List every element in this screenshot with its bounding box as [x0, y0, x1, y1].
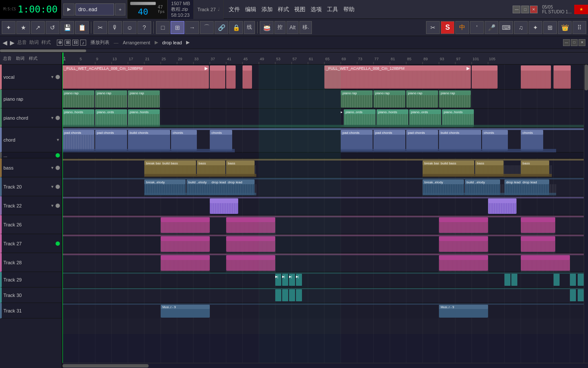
svg-text:61: 61 [309, 57, 313, 61]
track-row-bass[interactable]: bass ▼ [0, 158, 62, 177]
tool-brush[interactable]: ↗ [31, 21, 45, 34]
tool-dots[interactable]: ⠿ [572, 21, 586, 34]
tool-question[interactable]: ? [137, 21, 151, 34]
tool-alt[interactable]: Alt [286, 21, 299, 34]
tool-arrow-r[interactable]: → [185, 21, 199, 34]
tool-select[interactable]: ★ [16, 21, 30, 34]
menu-style[interactable]: 样式 [276, 5, 291, 14]
tool-crown[interactable]: 👑 [558, 21, 572, 34]
tool-lock[interactable]: 🔒 [229, 21, 243, 34]
svg-text:▶: ▶ [205, 66, 208, 71]
track-row-27[interactable]: Track 27 [0, 234, 62, 253]
play-button[interactable]: ▶ [63, 3, 75, 15]
arr-btn-1[interactable]: ⊕ [57, 40, 63, 46]
arr-btn-3[interactable]: ⊟ [72, 40, 78, 46]
tool-line[interactable]: 线 [244, 21, 255, 34]
tool-save2[interactable]: 📋 [75, 21, 89, 34]
tool-comma[interactable]: ' [470, 21, 484, 34]
time-value: 1:00:00 [18, 4, 58, 15]
right-panel: 1 5 9 13 17 21 25 29 [62, 53, 588, 368]
track-row-22[interactable]: Track 22 ▼ [0, 196, 62, 215]
tool-grid[interactable]: ⊞ [543, 21, 557, 34]
left-btn-1[interactable]: 总音 [2, 55, 13, 62]
menu-view[interactable]: 视图 [292, 5, 307, 14]
horizontal-scrollbar-top[interactable] [0, 49, 588, 53]
track-row-28[interactable]: Track 28 [0, 253, 62, 272]
track-collapse-22[interactable]: ▼ [50, 204, 54, 208]
svg-text:37: 37 [211, 57, 215, 61]
maximize-button[interactable]: □ [521, 6, 529, 13]
arr-section: Arrangement [123, 40, 150, 45]
tool-scissors-r[interactable]: ✂ [426, 21, 440, 34]
scroll-thumb-top[interactable] [0, 49, 86, 52]
svg-rect-155 [128, 95, 160, 108]
tool-s[interactable]: S [441, 21, 454, 34]
track-row-vocal[interactable]: vocal ▼ [0, 65, 62, 90]
tool-box[interactable]: □ [156, 21, 170, 34]
menu-help[interactable]: 帮助 [342, 5, 356, 14]
scroll-thumb[interactable] [62, 364, 149, 368]
track-row-chord[interactable]: chord ▼ [0, 127, 62, 152]
menu-edit[interactable]: 编辑 [243, 5, 258, 14]
tool-mic[interactable]: 🎙 [108, 21, 122, 34]
tool-curve[interactable]: ⌒ [200, 21, 214, 34]
tool-mic2[interactable]: 🎤 [485, 21, 498, 34]
menu-add[interactable]: 添加 [260, 5, 274, 14]
close-button[interactable]: ✕ [530, 6, 538, 13]
svg-text:break bass: break bass [424, 161, 441, 165]
horizontal-scrollbar[interactable] [62, 363, 588, 368]
tool-pointer[interactable]: ✦ [2, 21, 16, 34]
track-collapse-chord[interactable]: ▼ [56, 138, 60, 142]
menu-options[interactable]: 选项 [309, 5, 324, 14]
left-btn-3[interactable]: 样式 [28, 55, 39, 62]
tool-undo[interactable]: ↺ [46, 21, 59, 34]
track-row-26[interactable]: Track 26 [0, 215, 62, 234]
svg-rect-123 [210, 71, 225, 88]
add-button[interactable]: + [115, 3, 125, 15]
svg-text:piano rap: piano rap [64, 91, 79, 95]
track-row-30[interactable]: Track 30 [0, 288, 62, 303]
track-collapse-vocal[interactable]: ▼ [50, 75, 54, 79]
tool-kb[interactable]: ⌨ [499, 21, 513, 34]
arr-forward-button[interactable]: ▶ [10, 39, 15, 46]
track-row-20[interactable]: Track 20 ▼ [0, 177, 62, 196]
track-collapse-bass[interactable]: ▼ [50, 166, 54, 170]
tool-face[interactable]: ☺ [123, 21, 137, 34]
track-row-dots[interactable]: ... [0, 152, 62, 158]
content-area: 总音 助词 样式 vocal ▼ piano rap piano chord [0, 53, 588, 368]
menu-tools[interactable]: 工具 [325, 5, 340, 14]
track-collapse-20[interactable]: ▼ [50, 185, 54, 189]
tool-star2[interactable]: ✦ [529, 21, 542, 34]
tool-music[interactable]: ♫ [514, 21, 528, 34]
tool-pattern[interactable]: ⊞ [171, 21, 184, 34]
arr-btn-4[interactable]: ♪ [80, 40, 86, 46]
svg-text:57: 57 [292, 57, 297, 61]
arr-maximize[interactable]: □ [571, 39, 578, 46]
svg-text:drop lead: drop lead [228, 180, 242, 184]
menu-file[interactable]: 文件 [227, 5, 242, 14]
left-btn-2[interactable]: 助词 [15, 55, 26, 62]
svg-rect-200 [442, 114, 474, 127]
tool-ctrl[interactable]: 控 [274, 21, 286, 34]
arr-close[interactable]: ✕ [579, 39, 585, 46]
tool-link[interactable]: 🔗 [215, 21, 228, 34]
tool-drum[interactable]: 🥁 [260, 21, 274, 34]
tool-move[interactable]: 移. [299, 21, 312, 34]
minimize-button[interactable]: — [513, 6, 520, 13]
vertical-scrollbar[interactable] [584, 65, 588, 363]
vertical-scroll-thumb[interactable] [585, 65, 588, 90]
track-row-31[interactable]: Track 31 [0, 303, 62, 319]
track-row-29[interactable]: Track 29 [0, 272, 62, 288]
tool-save[interactable]: 💾 [60, 21, 74, 34]
svg-rect-269 [423, 174, 552, 177]
arr-minimize[interactable]: — [563, 39, 570, 46]
track-row-piano-chord[interactable]: piano chord ▼ [0, 108, 62, 127]
track-collapse-piano-chord[interactable]: ▼ [50, 116, 54, 120]
tool-zh[interactable]: 中 [455, 21, 469, 34]
arrangement-svg: _FULL_WET_ACAPELLA_008_Cm_128BPM ▶ [62, 65, 588, 363]
arr-back-button[interactable]: ◀ [3, 39, 7, 46]
arr-btn-2[interactable]: ⊞ [65, 40, 71, 46]
tool-cut[interactable]: ✂ [93, 21, 107, 34]
track-row-piano-rap[interactable]: piano rap [0, 90, 62, 108]
project-name-box[interactable]: dro..ead [75, 3, 114, 15]
